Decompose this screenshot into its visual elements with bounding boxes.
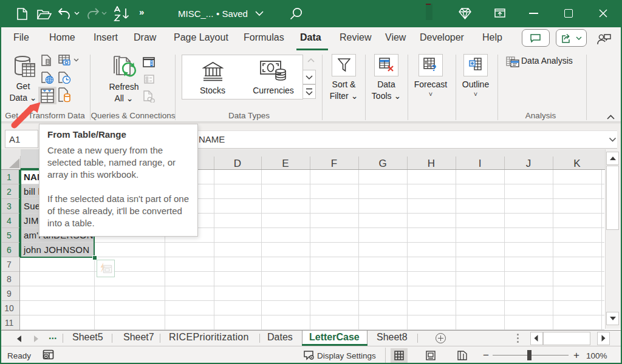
svg-text:?: ? (431, 63, 437, 72)
